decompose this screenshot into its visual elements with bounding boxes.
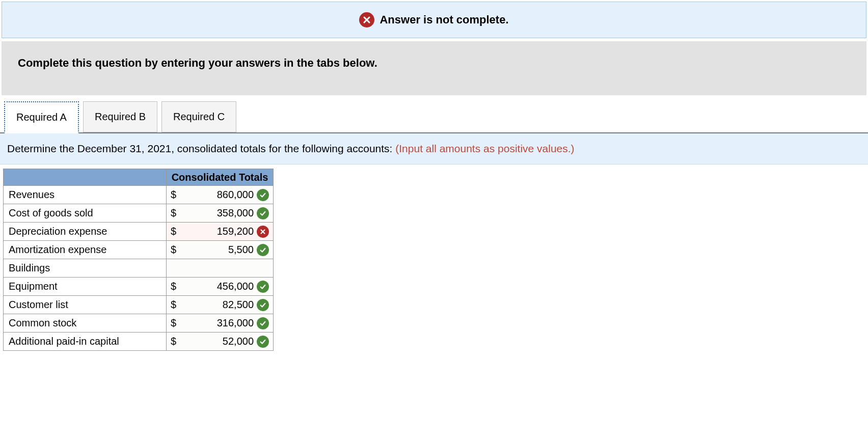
amount-value: 159,200 [179,226,254,237]
row-label: Equipment [4,278,167,296]
check-circle-icon [257,207,269,219]
row-value-cell[interactable]: $82,500 [167,296,274,314]
row-label: Revenues [4,186,167,204]
x-circle-icon [257,226,269,238]
row-value-cell[interactable]: $52,000 [167,333,274,351]
table-row: Equipment$456,000 [4,278,274,296]
row-value-cell[interactable]: $5,500 [167,241,274,259]
table-row: Depreciation expense$159,200 [4,223,274,241]
instruction-text: Complete this question by entering your … [18,57,377,69]
row-label: Amortization expense [4,241,167,259]
table-row: Revenues$860,000 [4,186,274,204]
x-circle-icon [359,12,374,27]
instruction-bar: Complete this question by entering your … [2,41,866,95]
row-label: Customer list [4,296,167,314]
amount-value: 5,500 [179,244,254,256]
row-value-cell[interactable]: $358,000 [167,204,274,223]
table-row: Customer list$82,500 [4,296,274,314]
currency-symbol: $ [171,281,176,292]
amount-value: 358,000 [179,207,254,219]
amount-value: 456,000 [179,281,254,292]
check-circle-icon [257,317,269,329]
currency-symbol: $ [171,299,176,311]
currency-symbol: $ [171,189,176,201]
row-value-cell[interactable]: $316,000 [167,314,274,333]
currency-symbol: $ [171,207,176,219]
row-label: Cost of goods sold [4,204,167,223]
table-row: Common stock$316,000 [4,314,274,333]
table-row: Cost of goods sold$358,000 [4,204,274,223]
amount-value: 316,000 [179,317,254,329]
currency-symbol: $ [171,244,176,256]
row-label: Additional paid-in capital [4,333,167,351]
row-value-cell[interactable]: $456,000 [167,278,274,296]
table-header-totals: Consolidated Totals [167,169,274,186]
row-label: Depreciation expense [4,223,167,241]
tab-required-c[interactable]: Required C [161,101,236,132]
row-label: Buildings [4,259,167,278]
tab-required-a[interactable]: Required A [4,101,79,133]
tab-required-b[interactable]: Required B [83,101,157,132]
status-bar: Answer is not complete. [2,2,866,38]
check-circle-icon [257,189,269,201]
check-circle-icon [257,281,269,293]
currency-symbol: $ [171,317,176,329]
amount-value: 860,000 [179,189,254,201]
prompt-text: Determine the December 31, 2021, consoli… [7,143,395,154]
status-message: Answer is not complete. [379,13,508,26]
row-value-cell[interactable] [167,259,274,278]
row-value-cell[interactable]: $860,000 [167,186,274,204]
table-header-blank [4,169,167,186]
table-row: Additional paid-in capital$52,000 [4,333,274,351]
prompt-bar: Determine the December 31, 2021, consoli… [0,133,868,164]
amount-value: 52,000 [179,336,254,347]
currency-symbol: $ [171,226,176,237]
amount-value: 82,500 [179,299,254,311]
row-value-cell[interactable]: $159,200 [167,223,274,241]
tabs-container: Required ARequired BRequired C [0,95,868,133]
table-row: Buildings [4,259,274,278]
currency-symbol: $ [171,336,176,347]
row-label: Common stock [4,314,167,333]
table-row: Amortization expense$5,500 [4,241,274,259]
check-circle-icon [257,299,269,311]
check-circle-icon [257,336,269,348]
answer-table: Consolidated Totals Revenues$860,000Cost… [3,169,274,351]
check-circle-icon [257,244,269,256]
prompt-hint: (Input all amounts as positive values.) [395,143,574,154]
